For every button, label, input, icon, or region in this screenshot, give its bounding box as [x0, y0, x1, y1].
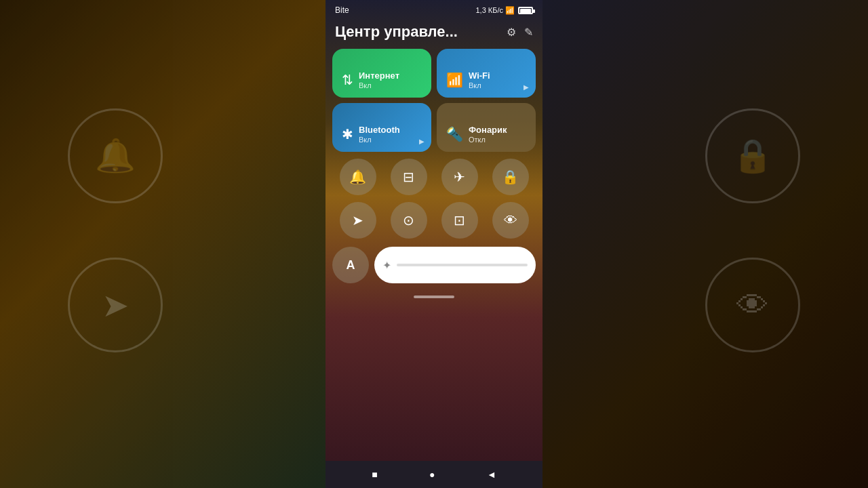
- internet-label: Интернет: [359, 70, 399, 81]
- brightness-slider[interactable]: ✦: [374, 247, 536, 283]
- settings-icon-button[interactable]: ⚙: [507, 26, 516, 39]
- bg-bell-icon: 🔔: [68, 108, 163, 203]
- header-actions: ⚙ ✎: [507, 26, 533, 39]
- back-icon: ◄: [487, 469, 496, 480]
- background-left: 🔔 ➤: [0, 0, 326, 488]
- round-buttons-row-2: ➤ ⊙ ⊡ 👁: [326, 202, 542, 239]
- speed-label: 1,3 КБ/с: [475, 6, 503, 14]
- recents-button[interactable]: ■: [368, 465, 381, 484]
- carrier-label: Bite: [335, 5, 349, 15]
- status-right: 1,3 КБ/с 📶: [475, 6, 533, 15]
- control-center-header: Центр управле... ⚙ ✎: [326, 18, 542, 49]
- status-bar: Bite 1,3 КБ/с 📶: [326, 0, 542, 18]
- background-right: 🔒 👁: [542, 0, 868, 488]
- flashlight-status: Откл: [469, 136, 507, 144]
- a-label: A: [347, 258, 355, 272]
- toggles-grid: ⇅ Интернет Вкл 📶 Wi-Fi Вкл ▶ ✱: [326, 49, 542, 152]
- bottom-controls: A ✦: [326, 247, 542, 283]
- rotation-lock-button[interactable]: 🔒: [492, 159, 529, 195]
- wifi-tile[interactable]: 📶 Wi-Fi Вкл ▶: [437, 49, 536, 98]
- bluetooth-chevron: ▶: [419, 138, 425, 145]
- internet-status: Вкл: [359, 81, 399, 89]
- flashlight-tile[interactable]: 🔦 Фонарик Откл: [437, 103, 536, 152]
- navigation-bar: ■ ● ◄: [326, 461, 542, 488]
- circle-icon: ●: [429, 469, 435, 480]
- bluetooth-status: Вкл: [359, 136, 400, 144]
- wifi-chevron: ▶: [524, 83, 529, 91]
- square-icon: ■: [372, 469, 377, 480]
- home-indicator: [414, 296, 454, 298]
- back-button[interactable]: ◄: [483, 465, 500, 484]
- bluetooth-tile[interactable]: ✱ Bluetooth Вкл ▶: [332, 103, 431, 152]
- wifi-icon: 📶: [446, 72, 463, 88]
- bg-nav-icon: ➤: [68, 258, 163, 352]
- eye-comfort-button[interactable]: 👁: [492, 202, 529, 239]
- portrait-lock-button[interactable]: ⊙: [391, 202, 427, 239]
- bluetooth-icon: ✱: [342, 126, 353, 142]
- bluetooth-label: Bluetooth: [359, 125, 400, 135]
- bg-lock-icon: 🔒: [705, 108, 800, 203]
- wifi-label: Wi-Fi: [469, 70, 490, 81]
- location-button[interactable]: ➤: [340, 202, 376, 239]
- internet-tile[interactable]: ⇅ Интернет Вкл: [332, 49, 431, 98]
- fullscreen-button[interactable]: ⊡: [441, 202, 478, 239]
- font-size-button[interactable]: A: [332, 247, 369, 283]
- home-button[interactable]: ●: [425, 465, 439, 484]
- flashlight-icon: 🔦: [446, 126, 463, 142]
- screenshot-button[interactable]: ⊟: [391, 159, 427, 195]
- edit-icon-button[interactable]: ✎: [524, 26, 533, 39]
- battery-icon: [518, 7, 533, 14]
- brightness-icon: ✦: [382, 259, 391, 272]
- round-buttons-row-1: 🔔 ⊟ ✈ 🔒: [326, 159, 542, 195]
- brightness-track: [397, 264, 528, 266]
- internet-icon: ⇅: [342, 72, 353, 88]
- bg-eye-icon: 👁: [705, 258, 800, 352]
- notifications-button[interactable]: 🔔: [340, 159, 376, 195]
- signal-icon: 📶: [505, 6, 515, 15]
- wifi-status: Вкл: [469, 81, 490, 89]
- flashlight-label: Фонарик: [469, 125, 507, 135]
- airplane-mode-button[interactable]: ✈: [441, 159, 478, 195]
- phone-panel: Bite 1,3 КБ/с 📶 Центр управле... ⚙ ✎ ⇅ И…: [326, 0, 542, 488]
- page-title: Центр управле...: [335, 23, 458, 41]
